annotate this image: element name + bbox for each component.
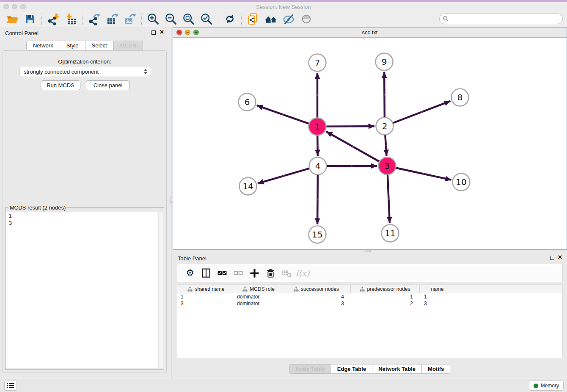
graph-node-15[interactable]: 15	[309, 226, 326, 243]
search-field-wrap	[439, 14, 563, 24]
network-canvas[interactable]: 7968124314101511	[173, 38, 567, 249]
graph-node-11[interactable]: 11	[382, 225, 399, 242]
tab-edge-table[interactable]: Edge Table	[331, 364, 372, 374]
cell-name[interactable]: 3	[420, 300, 455, 307]
graph-node-3[interactable]: 3	[379, 157, 396, 175]
graph-node-7[interactable]: 7	[309, 54, 326, 72]
list-icon	[7, 382, 14, 389]
graph-node-14[interactable]: 14	[239, 178, 257, 195]
network-window-titlebar[interactable]: × − + scc.txt	[173, 28, 567, 38]
edge-handle	[317, 145, 318, 146]
close-table-panel-button[interactable]: ✕	[558, 254, 562, 260]
graph-node-8[interactable]: 8	[451, 89, 469, 106]
deselect-all-button[interactable]	[232, 267, 244, 279]
cell-successor-nodes[interactable]: 3	[282, 300, 351, 307]
memory-status-icon	[534, 384, 538, 388]
svg-text:1: 1	[315, 121, 320, 132]
show-columns-button[interactable]	[200, 267, 212, 279]
network-graph[interactable]: 7968124314101511	[173, 38, 567, 249]
export-network-button[interactable]	[88, 13, 101, 25]
tab-network[interactable]: Network	[26, 41, 60, 50]
export-image-button[interactable]	[124, 13, 136, 25]
edge-handle	[423, 173, 424, 175]
add-column-button[interactable]	[248, 267, 260, 279]
mcds-result-area[interactable]: 1 3	[6, 212, 163, 368]
network-file-button[interactable]	[247, 13, 259, 25]
control-panel-header: Control Panel ✕	[0, 27, 169, 39]
import-network-button[interactable]	[47, 13, 60, 25]
memory-button[interactable]: Memory	[529, 381, 564, 391]
cell-name[interactable]: 1	[420, 293, 455, 300]
delete-table-button[interactable]	[281, 267, 292, 279]
tab-motifs[interactable]: Motifs	[422, 364, 450, 374]
search-icon	[443, 16, 449, 22]
graph-node-6[interactable]: 6	[239, 94, 256, 111]
hide-glasses-button[interactable]	[282, 13, 295, 25]
node-table[interactable]: shared name MCDS role successor nodes pr…	[177, 284, 563, 358]
search-input[interactable]	[439, 14, 563, 24]
show-eye-button[interactable]	[300, 13, 313, 25]
column-header-predecessor-nodes[interactable]: predecessor nodes	[351, 285, 420, 293]
cell-successor-nodes[interactable]: 4	[282, 293, 351, 300]
graph-node-1[interactable]: 1	[309, 118, 326, 135]
svg-text:8: 8	[457, 92, 463, 102]
run-mcds-button[interactable]: Run MCDS	[41, 80, 80, 90]
cell-mcds-role[interactable]: dominator	[235, 300, 282, 307]
edge-handle	[351, 165, 353, 167]
tab-node-table[interactable]: Node Table	[289, 364, 331, 374]
column-header-successor-nodes[interactable]: successor nodes	[282, 285, 351, 293]
export-table-button[interactable]	[106, 13, 118, 25]
cell-shared-name[interactable]: 1	[177, 293, 235, 300]
tab-style[interactable]: Style	[60, 41, 85, 50]
edge-handle	[421, 111, 423, 113]
splitter-grip[interactable]	[170, 196, 172, 203]
open-session-button[interactable]	[6, 13, 19, 25]
cell-mcds-role[interactable]: dominator	[235, 293, 282, 300]
save-session-button[interactable]	[24, 13, 36, 25]
delete-columns-button[interactable]	[264, 267, 276, 279]
refresh-layout-button[interactable]	[223, 13, 236, 25]
zoom-out-button[interactable]	[165, 13, 177, 25]
zoom-selected-button[interactable]	[200, 13, 213, 25]
edge-handle	[384, 94, 385, 95]
vertical-splitter[interactable]	[169, 27, 173, 379]
mcds-result-text: 1 3	[6, 212, 163, 228]
tab-network-table[interactable]: Network Table	[372, 364, 422, 374]
optimization-criterion-select[interactable]: strongly connected component	[19, 67, 151, 77]
splitter-grip[interactable]	[365, 250, 371, 252]
column-header-name[interactable]: name	[420, 285, 455, 293]
cell-shared-name[interactable]: 3	[177, 300, 235, 307]
cell-predecessor-nodes[interactable]: 1	[351, 293, 420, 300]
column-header-mcds-role[interactable]: MCDS role	[235, 285, 282, 293]
result-scrollbar[interactable]	[158, 212, 163, 368]
close-panel-button2[interactable]: Close panel	[86, 80, 130, 90]
table-row[interactable]: 1 dominator 4 1 1	[177, 293, 562, 300]
export-image-icon	[124, 13, 136, 25]
graph-node-4[interactable]: 4	[309, 157, 327, 175]
float-table-panel-button[interactable]	[550, 256, 554, 260]
column-header-shared-name[interactable]: shared name	[177, 285, 235, 293]
tab-mcds[interactable]: MCDS	[114, 41, 143, 50]
zoom-in-button[interactable]	[147, 13, 160, 25]
graph-node-9[interactable]: 9	[376, 53, 393, 71]
optimization-criterion-value: strongly connected component	[24, 69, 99, 75]
table-panel: Table Panel ✕ ⚙	[173, 252, 567, 379]
toolbar-separator	[83, 14, 83, 25]
home-button[interactable]	[264, 13, 277, 25]
graph-node-2[interactable]: 2	[376, 118, 394, 135]
graph-node-10[interactable]: 10	[453, 174, 470, 191]
select-all-button[interactable]	[216, 267, 228, 279]
cell-predecessor-nodes[interactable]: 2	[351, 300, 420, 307]
close-panel-button[interactable]: ✕	[160, 29, 164, 35]
table-mode-button[interactable]: ⚙	[184, 267, 196, 279]
control-panel-title: Control Panel	[5, 30, 39, 36]
table-row[interactable]: 3 dominator 3 2 3	[177, 300, 562, 307]
tab-select[interactable]: Select	[85, 41, 114, 50]
titlebar[interactable]: Session: New Session	[0, 2, 567, 12]
zoom-fit-button[interactable]	[182, 13, 195, 25]
import-table-button[interactable]	[65, 13, 77, 25]
float-panel-button[interactable]	[151, 30, 156, 35]
task-history-button[interactable]	[4, 381, 17, 391]
function-builder-button[interactable]: f(x)	[297, 267, 308, 279]
function-icon: f(x)	[296, 268, 310, 278]
